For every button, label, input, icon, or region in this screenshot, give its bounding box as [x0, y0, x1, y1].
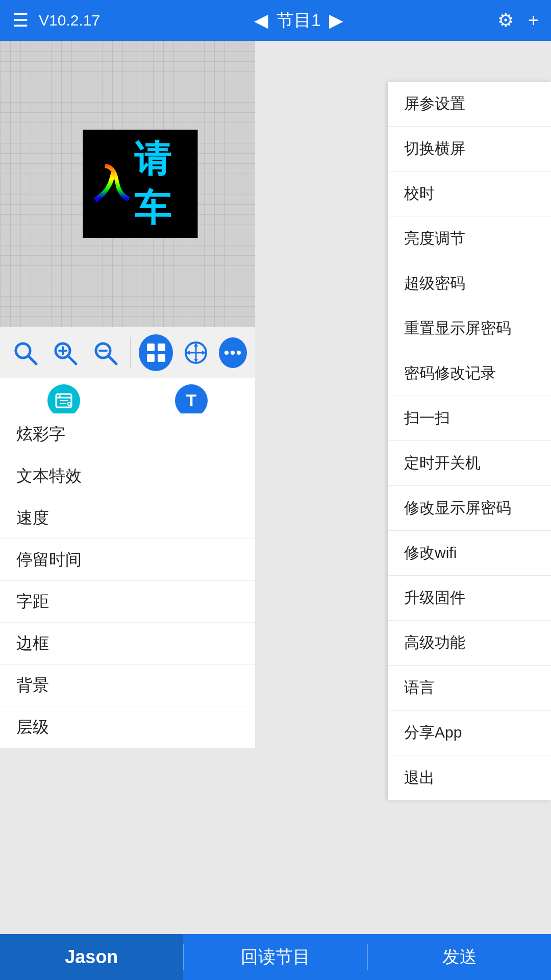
reload-program-button[interactable]: 回读节目: [184, 934, 367, 980]
canvas-area: 入 请车: [0, 41, 255, 327]
menu-item-scan-qr[interactable]: 扫一扫: [388, 396, 551, 441]
zoom-fit-button[interactable]: [8, 334, 42, 371]
led-preview: 入 请车: [83, 130, 198, 238]
menu-item-share-app[interactable]: 分享App: [388, 710, 551, 755]
toolbar: [0, 327, 255, 378]
zoom-out-button[interactable]: [88, 334, 121, 371]
svg-point-21: [231, 351, 235, 355]
bottom-bar: Jason 回读节目 发送: [0, 934, 551, 980]
dropdown-menu: 屏参设置 切换横屏 校时 亮度调节 超级密码 重置显示屏密码 密码修改记录 扫一…: [388, 82, 551, 800]
prop-item-text-effect[interactable]: 文本特效: [0, 455, 255, 497]
jason-button[interactable]: Jason: [0, 934, 183, 980]
main-content: 入 请车: [0, 41, 551, 975]
menu-item-scheduled-power[interactable]: 定时开关机: [388, 441, 551, 486]
grid-view-button[interactable]: [139, 334, 172, 371]
top-bar-center: ◀ 节目1 ▶: [254, 9, 343, 32]
property-list: 炫彩字 文本特效 速度 停留时间 字距 边框 背景 层级: [0, 413, 255, 748]
menu-item-brightness[interactable]: 亮度调节: [388, 216, 551, 261]
toolbar-separator: [130, 337, 131, 368]
led-text-enter: 入: [93, 159, 130, 208]
text-tab-icon: T: [175, 384, 208, 417]
prop-item-background[interactable]: 背景: [0, 665, 255, 706]
svg-rect-9: [147, 344, 155, 351]
svg-line-5: [68, 356, 76, 364]
menu-item-change-screen-password[interactable]: 修改显示屏密码: [388, 486, 551, 531]
prop-item-dwell-time[interactable]: 停留时间: [0, 539, 255, 581]
version-label: V10.2.17: [39, 12, 100, 29]
svg-line-8: [109, 356, 116, 364]
menu-item-change-wifi[interactable]: 修改wifi: [388, 531, 551, 576]
svg-rect-12: [158, 354, 165, 362]
prop-item-char-spacing[interactable]: 字距: [0, 581, 255, 623]
prop-item-colorful-text[interactable]: 炫彩字: [0, 413, 255, 455]
svg-point-20: [224, 351, 229, 355]
top-bar-right: ⚙ +: [497, 10, 539, 31]
program-title: 节目1: [277, 9, 321, 32]
menu-item-exit[interactable]: 退出: [388, 755, 551, 800]
prev-program-button[interactable]: ◀: [254, 10, 268, 31]
top-bar: ☰ V10.2.17 ◀ 节目1 ▶ ⚙ +: [0, 0, 551, 41]
more-tools-button[interactable]: [219, 337, 247, 368]
prop-item-border[interactable]: 边框: [0, 623, 255, 665]
prop-item-speed[interactable]: 速度: [0, 497, 255, 539]
svg-rect-10: [158, 344, 165, 351]
top-bar-left: ☰ V10.2.17: [12, 11, 100, 30]
settings-icon[interactable]: ⚙: [497, 10, 514, 31]
canvas-content: 入 请车: [83, 130, 198, 238]
menu-item-switch-landscape[interactable]: 切换横屏: [388, 127, 551, 172]
send-button[interactable]: 发送: [368, 934, 551, 980]
menu-item-screen-params[interactable]: 屏参设置: [388, 82, 551, 127]
menu-item-reset-screen-password[interactable]: 重置显示屏密码: [388, 306, 551, 351]
svg-point-22: [237, 351, 241, 355]
add-icon[interactable]: +: [528, 10, 539, 31]
menu-item-calibrate-time[interactable]: 校时: [388, 172, 551, 216]
next-program-button[interactable]: ▶: [329, 10, 343, 31]
zoom-in-button[interactable]: [48, 334, 82, 371]
menu-item-advanced-features[interactable]: 高级功能: [388, 621, 551, 666]
menu-item-upgrade-firmware[interactable]: 升级固件: [388, 576, 551, 621]
hamburger-icon[interactable]: ☰: [12, 11, 29, 30]
settings-tab-icon: [47, 384, 80, 417]
svg-point-25: [59, 395, 61, 397]
menu-item-language[interactable]: 语言: [388, 666, 551, 710]
svg-rect-11: [147, 354, 155, 362]
svg-point-28: [68, 402, 71, 405]
led-text-please: 请车: [134, 135, 188, 233]
move-button[interactable]: [179, 334, 213, 371]
prop-item-layer[interactable]: 层级: [0, 706, 255, 748]
svg-line-1: [29, 356, 36, 364]
menu-item-super-password[interactable]: 超级密码: [388, 261, 551, 306]
menu-item-password-change-log[interactable]: 密码修改记录: [388, 351, 551, 396]
